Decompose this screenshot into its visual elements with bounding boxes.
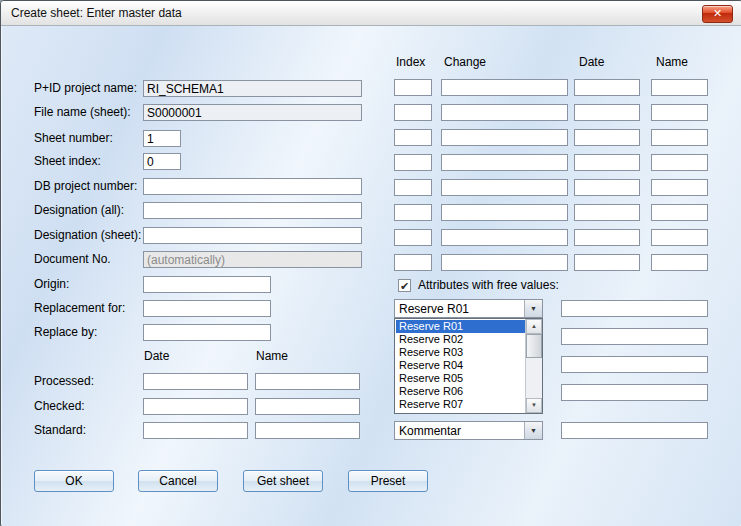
- dropdown-items: Reserve R01 Reserve R02 Reserve R03 Rese…: [396, 320, 525, 412]
- dropdown-item-selected[interactable]: Reserve R01: [396, 320, 525, 333]
- standard-date-input[interactable]: [143, 422, 248, 439]
- signature-name-header: Name: [256, 349, 288, 364]
- chevron-down-icon[interactable]: ▼: [524, 300, 542, 317]
- revision-change-input-1[interactable]: [441, 79, 568, 96]
- standard-name-input[interactable]: [255, 422, 360, 439]
- revision-date-input-4[interactable]: [574, 154, 640, 171]
- file-name-input[interactable]: [143, 104, 362, 121]
- scroll-up-button[interactable]: ▲: [526, 319, 542, 334]
- revision-change-input-4[interactable]: [441, 154, 568, 171]
- free-value-input-3[interactable]: [561, 356, 708, 373]
- revision-date-input-3[interactable]: [574, 129, 640, 146]
- checked-label: Checked:: [34, 398, 85, 415]
- processed-date-input[interactable]: [143, 373, 248, 390]
- revision-index-input-2[interactable]: [394, 104, 432, 121]
- dropdown-item[interactable]: Reserve R06: [396, 385, 525, 398]
- revision-change-input-5[interactable]: [441, 179, 568, 196]
- revision-date-input-1[interactable]: [574, 79, 640, 96]
- signature-date-header: Date: [144, 349, 169, 364]
- revision-index-input-8[interactable]: [394, 254, 432, 271]
- file-name-label: File name (sheet):: [34, 104, 131, 121]
- sheet-index-label: Sheet index:: [34, 153, 101, 170]
- free-value-input-1[interactable]: [561, 300, 708, 317]
- pid-project-name-input[interactable]: [143, 80, 362, 97]
- close-icon: ✕: [713, 7, 722, 19]
- ok-button[interactable]: OK: [34, 470, 114, 492]
- revision-change-input-2[interactable]: [441, 104, 568, 121]
- dropdown-item[interactable]: Reserve R07: [396, 398, 525, 411]
- revision-name-input-5[interactable]: [651, 179, 708, 196]
- close-button[interactable]: ✕: [702, 5, 733, 23]
- revision-change-input-6[interactable]: [441, 204, 568, 221]
- revision-name-input-7[interactable]: [651, 229, 708, 246]
- processed-name-input[interactable]: [255, 373, 360, 390]
- free-value-input-4[interactable]: [561, 384, 708, 401]
- free-value-input-2[interactable]: [561, 328, 708, 345]
- cancel-button[interactable]: Cancel: [138, 470, 218, 492]
- revision-date-input-8[interactable]: [574, 254, 640, 271]
- revision-index-input-1[interactable]: [394, 79, 432, 96]
- replacement-for-input[interactable]: [143, 300, 271, 317]
- scroll-down-button[interactable]: ▼: [526, 398, 542, 413]
- processed-label: Processed:: [34, 373, 94, 390]
- revision-index-input-3[interactable]: [394, 129, 432, 146]
- designation-sheet-input[interactable]: [143, 227, 362, 244]
- revision-change-input-7[interactable]: [441, 229, 568, 246]
- designation-all-input[interactable]: [143, 202, 362, 219]
- revision-index-input-4[interactable]: [394, 154, 432, 171]
- scroll-thumb[interactable]: [526, 334, 542, 358]
- revision-date-input-2[interactable]: [574, 104, 640, 121]
- chevron-down-icon[interactable]: ▼: [524, 422, 542, 439]
- revision-change-header: Change: [444, 55, 486, 70]
- replace-by-input[interactable]: [143, 324, 271, 341]
- document-no-label: Document No.: [34, 251, 111, 268]
- titlebar[interactable]: Create sheet: Enter master data ✕: [1, 1, 741, 26]
- standard-label: Standard:: [34, 422, 86, 439]
- attribute-dropdown-list: Reserve R01 Reserve R02 Reserve R03 Rese…: [394, 318, 543, 414]
- revision-index-input-7[interactable]: [394, 229, 432, 246]
- revision-date-input-7[interactable]: [574, 229, 640, 246]
- attribute-combo-2[interactable]: Kommentar ▼: [394, 421, 543, 440]
- revision-change-input-3[interactable]: [441, 129, 568, 146]
- dropdown-item[interactable]: Reserve R03: [396, 346, 525, 359]
- dropdown-item[interactable]: Reserve R04: [396, 359, 525, 372]
- revision-name-input-1[interactable]: [651, 79, 708, 96]
- revision-date-input-5[interactable]: [574, 179, 640, 196]
- revision-date-input-6[interactable]: [574, 204, 640, 221]
- revision-name-input-3[interactable]: [651, 129, 708, 146]
- origin-label: Origin:: [34, 276, 69, 293]
- revision-name-input-2[interactable]: [651, 104, 708, 121]
- sheet-index-input[interactable]: [143, 153, 181, 170]
- db-project-number-label: DB project number:: [34, 178, 137, 195]
- dropdown-scrollbar[interactable]: ▲ ▼: [525, 319, 542, 413]
- free-value-input-5[interactable]: [561, 422, 708, 439]
- checkmark-icon: ✔: [400, 280, 409, 292]
- checked-date-input[interactable]: [143, 398, 248, 415]
- revision-index-input-6[interactable]: [394, 204, 432, 221]
- revision-change-input-8[interactable]: [441, 254, 568, 271]
- designation-sheet-label: Designation (sheet):: [34, 227, 141, 244]
- designation-all-label: Designation (all):: [34, 202, 124, 219]
- document-no-input: [143, 251, 362, 268]
- get-sheet-button[interactable]: Get sheet: [243, 470, 323, 492]
- window-title: Create sheet: Enter master data: [11, 6, 182, 20]
- revision-name-input-8[interactable]: [651, 254, 708, 271]
- checked-name-input[interactable]: [255, 398, 360, 415]
- attribute-combo-2-value: Kommentar: [399, 424, 461, 438]
- attributes-free-values-checkbox[interactable]: ✔: [398, 279, 411, 292]
- sheet-number-input[interactable]: [143, 130, 181, 147]
- preset-button[interactable]: Preset: [348, 470, 428, 492]
- attribute-combo-1[interactable]: Reserve R01 ▼: [394, 299, 543, 318]
- revision-name-input-6[interactable]: [651, 204, 708, 221]
- revision-index-input-5[interactable]: [394, 179, 432, 196]
- revision-name-header: Name: [656, 55, 688, 70]
- create-sheet-dialog: Create sheet: Enter master data ✕ P+ID p…: [0, 0, 741, 526]
- sheet-number-label: Sheet number:: [34, 130, 113, 147]
- dropdown-item[interactable]: Reserve R02: [396, 333, 525, 346]
- replacement-for-label: Replacement for:: [34, 300, 125, 317]
- origin-input[interactable]: [143, 276, 271, 293]
- db-project-number-input[interactable]: [143, 178, 362, 195]
- revision-date-header: Date: [579, 55, 604, 70]
- dropdown-item[interactable]: Reserve R05: [396, 372, 525, 385]
- revision-name-input-4[interactable]: [651, 154, 708, 171]
